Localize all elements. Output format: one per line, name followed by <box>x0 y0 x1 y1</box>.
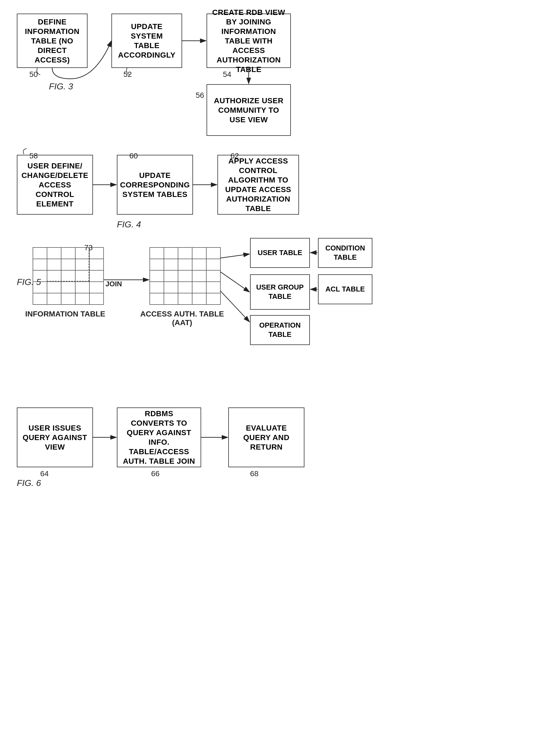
ref-62: 62 <box>230 152 239 160</box>
ref-50: 50 <box>29 70 38 79</box>
ref-58: 58 <box>29 152 38 160</box>
operation-table-box: OPERATION TABLE <box>250 315 310 345</box>
fig3-label: FIG. 3 <box>49 82 73 92</box>
ref-52: 52 <box>123 70 132 79</box>
ref-54: 54 <box>223 70 231 79</box>
info-table-label: INFORMATION TABLE <box>22 310 109 318</box>
fig6-label: FIG. 6 <box>17 478 41 488</box>
user-group-table-box: USER GROUP TABLE <box>250 274 310 310</box>
box-52: UPDATE SYSTEM TABLE ACCORDINGLY <box>112 13 182 68</box>
join-label: JOIN <box>105 280 122 288</box>
ref-56: 56 <box>196 91 204 100</box>
condition-table-box: CONDITION TABLE <box>318 238 372 268</box>
box-66: RDBMS CONVERTS TO QUERY AGAINST INFO. TA… <box>117 408 201 467</box>
svg-line-6 <box>220 254 250 258</box>
ref-73: 73 <box>84 243 93 252</box>
box-50: DEFINE INFORMATION TABLE (NO DIRECT ACCE… <box>17 13 88 68</box>
access-auth-table-label: ACCESS AUTH. TABLE (AAT) <box>139 310 225 327</box>
box-64: USER ISSUES QUERY AGAINST VIEW <box>17 408 93 467</box>
selection-dashed-box <box>47 247 89 281</box>
box-60: UPDATE CORRESPONDING SYSTEM TABLES <box>117 155 193 215</box>
access-auth-table-grid <box>150 247 221 305</box>
box-56: AUTHORIZE USER COMMUNITY TO USE VIEW <box>207 84 291 136</box>
ref-60: 60 <box>129 152 138 160</box>
fig4-label: FIG. 4 <box>117 220 141 230</box>
ref-68: 68 <box>250 469 258 478</box>
ref-66: 66 <box>151 469 160 478</box>
diagram-container: DEFINE INFORMATION TABLE (NO DIRECT ACCE… <box>0 0 555 756</box>
box-58: USER DEFINE/ CHANGE/DELETE ACCESS CONTRO… <box>17 155 93 215</box>
svg-line-7 <box>220 272 250 292</box>
box-62: APPLY ACCESS CONTROL ALGORITHM TO UPDATE… <box>217 155 299 215</box>
user-table-box: USER TABLE <box>250 238 310 268</box>
acl-table-box: ACL TABLE <box>318 274 372 304</box>
box-54: CREATE RDB VIEW BY JOINING INFORMATION T… <box>207 13 291 68</box>
box-68: EVALUATE QUERY AND RETURN <box>228 408 304 467</box>
ref-64: 64 <box>40 469 49 478</box>
